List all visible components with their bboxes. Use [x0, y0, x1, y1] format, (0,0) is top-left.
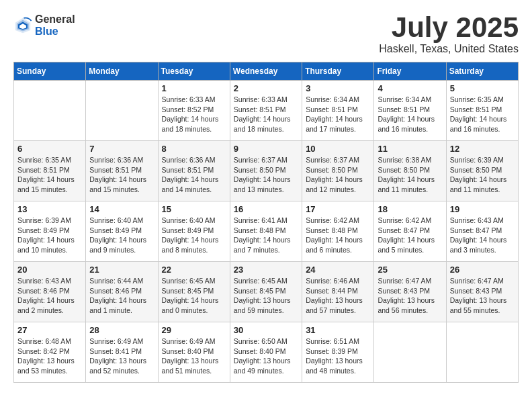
day-detail: Sunrise: 6:39 AM Sunset: 8:50 PM Dayligh… [450, 155, 515, 195]
column-header-sunday: Sunday [14, 62, 86, 81]
column-header-thursday: Thursday [302, 62, 374, 81]
day-detail: Sunrise: 6:37 AM Sunset: 8:50 PM Dayligh… [306, 155, 370, 195]
calendar-cell: 22Sunrise: 6:45 AM Sunset: 8:45 PM Dayli… [158, 262, 230, 322]
day-detail: Sunrise: 6:50 AM Sunset: 8:40 PM Dayligh… [234, 336, 298, 376]
day-number: 27 [17, 325, 82, 335]
day-detail: Sunrise: 6:35 AM Sunset: 8:51 PM Dayligh… [450, 95, 515, 134]
week-row: 13Sunrise: 6:39 AM Sunset: 8:49 PM Dayli… [14, 201, 519, 262]
day-number: 18 [378, 204, 442, 214]
page-header: General Blue July 2025 Haskell, Texas, U… [13, 13, 519, 55]
day-detail: Sunrise: 6:47 AM Sunset: 8:43 PM Dayligh… [378, 276, 442, 316]
calendar-cell: 5Sunrise: 6:35 AM Sunset: 8:51 PM Daylig… [446, 81, 518, 141]
day-detail: Sunrise: 6:47 AM Sunset: 8:43 PM Dayligh… [450, 276, 515, 316]
day-number: 8 [162, 144, 226, 154]
calendar-cell: 1Sunrise: 6:33 AM Sunset: 8:52 PM Daylig… [158, 81, 230, 141]
calendar-header: SundayMondayTuesdayWednesdayThursdayFrid… [14, 62, 519, 81]
column-header-friday: Friday [374, 62, 446, 81]
day-number: 29 [162, 325, 226, 335]
day-number: 21 [89, 265, 154, 275]
column-header-tuesday: Tuesday [158, 62, 230, 81]
day-detail: Sunrise: 6:49 AM Sunset: 8:40 PM Dayligh… [162, 336, 226, 376]
week-row: 20Sunrise: 6:43 AM Sunset: 8:46 PM Dayli… [14, 262, 519, 322]
day-number: 11 [378, 144, 442, 154]
calendar-cell: 23Sunrise: 6:45 AM Sunset: 8:45 PM Dayli… [230, 262, 302, 322]
day-number: 6 [17, 144, 82, 154]
day-number: 16 [234, 204, 298, 214]
day-number: 4 [378, 83, 442, 93]
day-number: 30 [234, 325, 298, 335]
day-detail: Sunrise: 6:45 AM Sunset: 8:45 PM Dayligh… [234, 276, 298, 316]
calendar-cell: 24Sunrise: 6:46 AM Sunset: 8:44 PM Dayli… [302, 262, 374, 322]
day-number: 17 [306, 204, 370, 214]
day-number: 20 [17, 265, 82, 275]
day-detail: Sunrise: 6:44 AM Sunset: 8:46 PM Dayligh… [89, 276, 154, 316]
day-number: 2 [234, 83, 298, 93]
day-detail: Sunrise: 6:33 AM Sunset: 8:51 PM Dayligh… [234, 95, 298, 134]
day-detail: Sunrise: 6:42 AM Sunset: 8:48 PM Dayligh… [306, 216, 370, 255]
column-header-monday: Monday [86, 62, 158, 81]
calendar-cell: 4Sunrise: 6:34 AM Sunset: 8:51 PM Daylig… [374, 81, 446, 141]
day-detail: Sunrise: 6:38 AM Sunset: 8:50 PM Dayligh… [378, 155, 442, 195]
calendar-cell: 28Sunrise: 6:49 AM Sunset: 8:41 PM Dayli… [86, 322, 158, 383]
logo-text: General Blue [35, 13, 75, 37]
day-number: 23 [234, 265, 298, 275]
day-detail: Sunrise: 6:37 AM Sunset: 8:50 PM Dayligh… [234, 155, 298, 195]
column-header-wednesday: Wednesday [230, 62, 302, 81]
calendar-cell: 25Sunrise: 6:47 AM Sunset: 8:43 PM Dayli… [374, 262, 446, 322]
calendar-subtitle: Haskell, Texas, United States [379, 43, 519, 55]
day-detail: Sunrise: 6:43 AM Sunset: 8:47 PM Dayligh… [450, 216, 515, 255]
calendar-cell: 29Sunrise: 6:49 AM Sunset: 8:40 PM Dayli… [158, 322, 230, 383]
day-detail: Sunrise: 6:49 AM Sunset: 8:41 PM Dayligh… [89, 336, 154, 376]
column-header-saturday: Saturday [446, 62, 518, 81]
calendar-cell: 15Sunrise: 6:40 AM Sunset: 8:49 PM Dayli… [158, 201, 230, 262]
calendar-cell: 6Sunrise: 6:35 AM Sunset: 8:51 PM Daylig… [14, 141, 86, 201]
week-row: 27Sunrise: 6:48 AM Sunset: 8:42 PM Dayli… [14, 322, 519, 383]
day-detail: Sunrise: 6:40 AM Sunset: 8:49 PM Dayligh… [89, 216, 154, 255]
calendar-cell: 12Sunrise: 6:39 AM Sunset: 8:50 PM Dayli… [446, 141, 518, 201]
day-number: 1 [162, 83, 226, 93]
calendar-cell: 16Sunrise: 6:41 AM Sunset: 8:48 PM Dayli… [230, 201, 302, 262]
day-number: 19 [450, 204, 515, 214]
day-number: 26 [450, 265, 515, 275]
day-number: 15 [162, 204, 226, 214]
day-number: 3 [306, 83, 370, 93]
day-detail: Sunrise: 6:48 AM Sunset: 8:42 PM Dayligh… [17, 336, 82, 376]
logo: General Blue [13, 13, 75, 37]
day-detail: Sunrise: 6:35 AM Sunset: 8:51 PM Dayligh… [17, 155, 82, 195]
day-number: 10 [306, 144, 370, 154]
calendar-cell: 18Sunrise: 6:42 AM Sunset: 8:47 PM Dayli… [374, 201, 446, 262]
day-number: 25 [378, 265, 442, 275]
calendar-cell: 17Sunrise: 6:42 AM Sunset: 8:48 PM Dayli… [302, 201, 374, 262]
calendar-title: July 2025 [379, 13, 519, 42]
calendar-cell: 19Sunrise: 6:43 AM Sunset: 8:47 PM Dayli… [446, 201, 518, 262]
title-block: July 2025 Haskell, Texas, United States [379, 13, 519, 55]
calendar-cell: 10Sunrise: 6:37 AM Sunset: 8:50 PM Dayli… [302, 141, 374, 201]
day-detail: Sunrise: 6:40 AM Sunset: 8:49 PM Dayligh… [162, 216, 226, 255]
calendar-cell [374, 322, 446, 383]
day-number: 24 [306, 265, 370, 275]
logo-blue: Blue [35, 26, 75, 38]
logo-general: General [35, 13, 75, 26]
calendar-cell: 20Sunrise: 6:43 AM Sunset: 8:46 PM Dayli… [14, 262, 86, 322]
day-detail: Sunrise: 6:36 AM Sunset: 8:51 PM Dayligh… [89, 155, 154, 195]
day-detail: Sunrise: 6:42 AM Sunset: 8:47 PM Dayligh… [378, 216, 442, 255]
day-detail: Sunrise: 6:39 AM Sunset: 8:49 PM Dayligh… [17, 216, 82, 255]
calendar-cell: 13Sunrise: 6:39 AM Sunset: 8:49 PM Dayli… [14, 201, 86, 262]
day-number: 28 [89, 325, 154, 335]
calendar-cell: 31Sunrise: 6:51 AM Sunset: 8:39 PM Dayli… [302, 322, 374, 383]
day-number: 13 [17, 204, 82, 214]
week-row: 6Sunrise: 6:35 AM Sunset: 8:51 PM Daylig… [14, 141, 519, 201]
calendar-table: SundayMondayTuesdayWednesdayThursdayFrid… [13, 62, 519, 383]
calendar-cell: 26Sunrise: 6:47 AM Sunset: 8:43 PM Dayli… [446, 262, 518, 322]
day-number: 5 [450, 83, 515, 93]
day-number: 7 [89, 144, 154, 154]
day-detail: Sunrise: 6:51 AM Sunset: 8:39 PM Dayligh… [306, 336, 370, 376]
day-number: 22 [162, 265, 226, 275]
calendar-cell [86, 81, 158, 141]
calendar-cell: 9Sunrise: 6:37 AM Sunset: 8:50 PM Daylig… [230, 141, 302, 201]
calendar-cell: 27Sunrise: 6:48 AM Sunset: 8:42 PM Dayli… [14, 322, 86, 383]
day-detail: Sunrise: 6:46 AM Sunset: 8:44 PM Dayligh… [306, 276, 370, 316]
calendar-cell: 7Sunrise: 6:36 AM Sunset: 8:51 PM Daylig… [86, 141, 158, 201]
logo-icon [13, 16, 32, 35]
day-detail: Sunrise: 6:34 AM Sunset: 8:51 PM Dayligh… [306, 95, 370, 134]
